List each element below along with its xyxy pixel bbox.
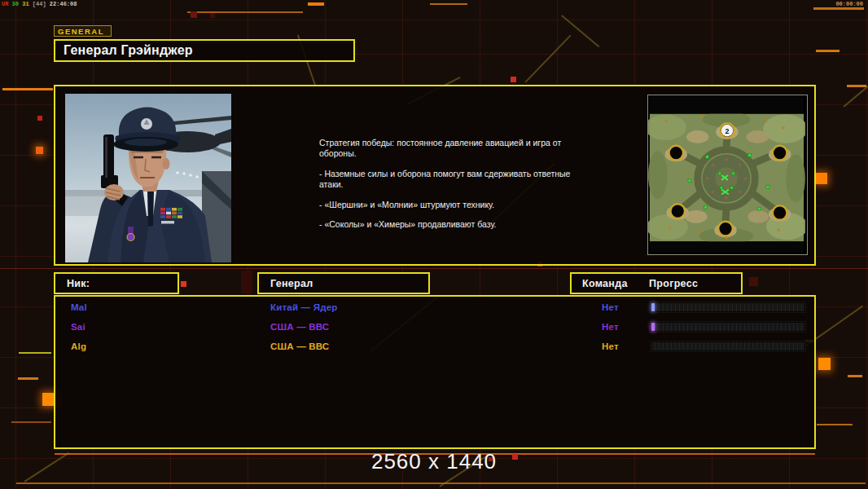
player-progress-bar [651,341,805,351]
player-nick: Mal [71,302,87,312]
debug-segment: [44] [33,1,46,7]
player-progress-fill [651,303,655,311]
debug-overlay: UR 30 31 [44] 22:46:08 [2,1,77,7]
decor-red-square [511,77,516,82]
player-team: Нет [602,302,619,312]
decor-red-square [191,11,197,18]
resolution-label: 2560 x 1440 [0,449,868,474]
player-team: Нет [602,341,619,351]
strategy-briefing: Стратегия победы: постоянное давление ав… [319,138,573,240]
decor-dash [11,421,51,423]
decor-orange-square [36,147,43,154]
general-portrait-art [65,94,231,262]
general-portrait [65,94,231,262]
decor-dash [430,3,467,5]
decor-diagonal [524,35,571,83]
decor-dash [848,375,862,377]
header-team-label: Команда [582,278,628,289]
debug-segment: 31 [22,1,28,7]
general-tab-label: GENERAL [58,27,104,36]
minimap-art: 2 [648,95,805,253]
strategy-paragraph: Стратегия победы: постоянное давление ав… [319,138,573,160]
decor-dash [813,7,864,10]
decor-dash [18,377,38,380]
decor-dash [187,11,303,13]
general-tab: GENERAL [54,25,112,37]
briefing-panel: Стратегия победы: постоянное давление ав… [54,85,816,266]
decor-orange-square [818,358,831,370]
header-nick-label: Ник: [67,278,90,289]
decor-red-square [210,13,215,18]
strategy-paragraph: - «Соколы» и «Химеры» продавливают базу. [319,219,573,230]
player-team: Нет [602,322,619,332]
players-panel: Mal Китай — Ядер Нет Sai США — ВВС Нет A… [54,295,816,449]
decor-red-square [181,281,186,287]
decor-orange-square [816,173,827,184]
header-general: Генерал [257,272,430,294]
player-progress-fill [651,323,655,331]
player-nick: Sai [71,322,85,332]
decor-red-square [37,116,42,121]
decor-dash [817,424,853,425]
decor-red-block [749,277,758,286]
decor-dash [308,2,324,6]
decor-dash [2,88,53,90]
debug-segment: 30 [12,1,19,7]
minimap: 2 [647,95,808,255]
decor-red-block [241,271,252,293]
strategy-paragraph: - «Шершни» и «Молнии» штурмуют технику. [319,200,573,210]
strategy-paragraph: - Наземные силы и оборона помогут вам сд… [319,169,573,191]
decor-red-line [0,268,868,269]
header-team-progress: Команда Прогресс [570,272,743,294]
player-general: США — ВВС [270,322,329,332]
debug-segment: UR [2,1,8,7]
match-timer: 00:00:00 [835,1,863,7]
header-progress-label: Прогресс [649,278,698,289]
player-nick: Alg [71,341,86,351]
decor-dash [847,85,866,87]
general-title-box: Генерал Грэйнджер [54,39,355,62]
decor-diagonal [562,15,600,47]
loading-screen: UR 30 31 [44] 22:46:08 00:00:00 [0,0,868,489]
general-name: Генерал Грэйнджер [64,43,193,58]
decor-dash [816,50,840,52]
player-general: США — ВВС [270,341,329,351]
header-nick: Ник: [54,272,179,294]
minimap-player-number: 2 [726,127,730,135]
debug-segment: 22:46:08 [50,1,77,7]
player-progress-bar [651,302,805,312]
header-general-label: Генерал [270,278,313,289]
decor-dash [19,352,51,354]
player-general: Китай — Ядер [270,302,337,312]
player-progress-bar [651,322,805,332]
